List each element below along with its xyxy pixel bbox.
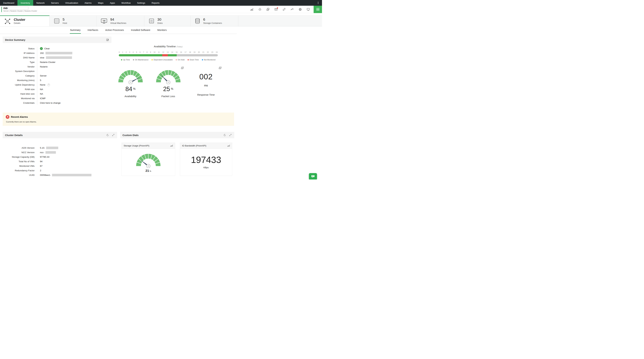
tab-storage-containers[interactable]: 6 Storage Containers xyxy=(190,16,238,26)
field-label: IP Address xyxy=(3,52,34,54)
feedback-chat-button[interactable] xyxy=(309,173,317,180)
nav-item-settings[interactable]: Settings xyxy=(134,0,148,6)
nav-item-network[interactable]: Network xyxy=(33,0,48,6)
add-to-dashboard-icon[interactable] xyxy=(219,66,222,70)
field-row: VendorNutanix xyxy=(3,64,112,69)
gauge-dial xyxy=(134,152,162,168)
refresh-icon[interactable] xyxy=(106,134,109,136)
performance-chart-icon[interactable] xyxy=(250,8,254,11)
hour-label: 14 xyxy=(171,51,173,53)
packet-loss-gauge: 25% Packet Loss xyxy=(152,68,184,98)
subtab-installed-software[interactable]: Installed Software xyxy=(131,29,151,34)
hour-label: 19 xyxy=(194,51,196,53)
top-nav: DashboardInventoryNetworkServersVirtuali… xyxy=(0,0,322,6)
tab-count: 5 xyxy=(62,18,67,22)
cluster-details-fields: AOS Version5.10.NCC Versionncc-Storage C… xyxy=(3,146,117,177)
hamburger-menu-button[interactable] xyxy=(314,6,322,13)
field-label: Monitored via xyxy=(3,97,34,100)
redacted-value xyxy=(52,174,92,176)
legend-dot xyxy=(152,59,153,60)
field-row: IP Address192. xyxy=(3,51,112,55)
nav-item-reports[interactable]: Reports xyxy=(148,0,163,6)
gauge-dial xyxy=(154,68,182,84)
hour-label: 13 xyxy=(167,51,169,53)
hour-label: 16 xyxy=(180,51,182,53)
edit-icon[interactable] xyxy=(106,38,109,41)
gauge-dial xyxy=(117,68,144,84)
redacted-device-name xyxy=(8,7,28,10)
area-chart-icon[interactable] xyxy=(227,144,230,147)
legend-item: Down Time xyxy=(188,59,199,61)
legend-label: On Hold xyxy=(178,59,184,61)
alarm-bell-icon[interactable] xyxy=(258,8,262,11)
field-label: RAM size xyxy=(3,88,34,90)
tab-cluster-details[interactable]: Cluster Details xyxy=(0,16,50,26)
field-row: RAM sizeNA xyxy=(3,87,112,92)
nav-item-maps[interactable]: Maps xyxy=(95,0,107,6)
refresh-icon[interactable] xyxy=(223,134,226,136)
field-row: Hard disk sizeNA xyxy=(3,92,112,96)
nav-item-servers[interactable]: Servers xyxy=(48,0,62,6)
dial-io-bandwidth: IO Bandwidth (PrismAPI) 197433 KBps xyxy=(180,142,232,176)
nav-item-workflow[interactable]: Workflow xyxy=(118,0,134,6)
area-chart-icon[interactable] xyxy=(170,144,173,147)
subtab-monitors[interactable]: Monitors xyxy=(157,29,167,34)
nav-item-virtualization[interactable]: Virtualization xyxy=(62,0,82,6)
custom-dials-header: Custom Dials xyxy=(120,132,234,138)
tab-host[interactable]: 5 Host xyxy=(50,16,96,26)
field-value: 2 xyxy=(40,169,41,172)
field-row: Storage Capacity (GB)97780.33 xyxy=(3,155,117,159)
tab-title: Cluster xyxy=(14,18,25,22)
tab-disks[interactable]: SSDHDD 30 Disks xyxy=(144,16,190,26)
link-icon[interactable] xyxy=(282,8,286,11)
more-menu-icon[interactable] xyxy=(314,0,322,6)
timeline-title: Availability Timeline(Today) xyxy=(112,45,225,48)
field-label: Total No of VMs xyxy=(3,160,34,163)
help-icon[interactable]: ? xyxy=(47,84,50,86)
mail-icon[interactable] xyxy=(274,8,278,11)
nav-item-dashboard[interactable]: Dashboard xyxy=(0,0,18,6)
field-label: Monitored VMs xyxy=(3,165,34,167)
response-time-unit: ms xyxy=(190,84,222,87)
redacted-value xyxy=(46,151,56,154)
hour-label: 9 xyxy=(150,51,151,53)
display-icon[interactable] xyxy=(306,8,310,11)
field-label: Credentials xyxy=(3,102,34,104)
dial-body: 197433 KBps xyxy=(180,149,232,172)
field-row: Monitored VMs67 xyxy=(3,164,117,168)
hour-label: 1 xyxy=(122,51,123,53)
disk-icon: SSDHDD xyxy=(148,18,155,24)
globe-icon[interactable] xyxy=(298,8,302,11)
subtab-active-processes[interactable]: Active Processes xyxy=(105,29,124,34)
field-label: Vendor xyxy=(3,66,34,68)
svg-text:SSD: SSD xyxy=(150,20,153,21)
expand-icon[interactable] xyxy=(229,134,232,136)
field-value: NA xyxy=(40,88,43,90)
field-value: 94 xyxy=(40,160,42,163)
nav-item-alarms[interactable]: Alarms xyxy=(82,0,95,6)
subtab-summary[interactable]: Summary xyxy=(70,29,81,34)
expand-icon[interactable] xyxy=(112,134,115,136)
redacted-value xyxy=(46,146,58,149)
field-value: 192. xyxy=(40,52,72,54)
field-value[interactable]: Click here to change xyxy=(40,102,60,104)
svg-text:HDD: HDD xyxy=(150,21,153,23)
gauge-value: 84% xyxy=(114,86,146,92)
tab-virtual-machines[interactable]: VM 94 Virtual Machines xyxy=(96,16,144,26)
alarm-badge-icon xyxy=(6,115,10,119)
field-row: Monitored viaICMP xyxy=(3,96,112,101)
timeline-hours: 0123456789101112131415161718192021222324 xyxy=(119,51,218,53)
tab-label: Storage Containers xyxy=(203,22,222,24)
subtab-interfaces[interactable]: Interfaces xyxy=(87,29,99,34)
add-to-dashboard-icon[interactable] xyxy=(181,66,184,70)
field-row: UUID00056ee1- xyxy=(3,173,117,177)
nav-item-inventory[interactable]: Inventory xyxy=(18,0,33,6)
device-name: INB xyxy=(3,7,37,10)
nav-item-apps[interactable]: Apps xyxy=(107,0,118,6)
sparkline-icon[interactable] xyxy=(290,8,294,11)
field-label: Monitoring (mins) xyxy=(3,79,34,82)
field-label: UUID xyxy=(3,174,34,176)
main-content: Device Summary Status✓ClearIP Address192… xyxy=(0,34,237,177)
field-label: System Description xyxy=(3,70,34,72)
export-icon[interactable] xyxy=(266,8,270,11)
